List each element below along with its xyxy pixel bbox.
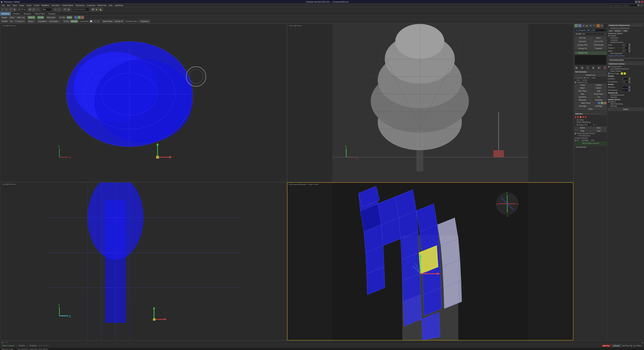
cut-geom-btn[interactable]: Cut	[591, 96, 607, 98]
unwrap-uvw-btn[interactable]: Unwrap UVW	[574, 43, 590, 47]
angle-up[interactable]: ▲	[628, 50, 630, 51]
grid-align-btn[interactable]: Grid Align	[591, 105, 607, 107]
attach-btn[interactable]: Attach ▾	[27, 20, 35, 23]
subd-disp-checkbox[interactable]	[608, 28, 610, 29]
qslice-btn[interactable]: QSlice	[8, 16, 16, 19]
reset-plane-btn[interactable]: Reset Plane	[591, 93, 607, 95]
off-radio[interactable]	[574, 140, 576, 141]
redo-btn[interactable]: ↪	[58, 8, 61, 12]
low-btn[interactable]: Low	[608, 30, 614, 32]
snap-btn[interactable]: 📐	[99, 8, 103, 12]
hard-btn[interactable]: Hard	[66, 16, 72, 19]
rend-smooth-up[interactable]: ▲	[628, 89, 630, 90]
p-connect-btn[interactable]: P Connect ▾	[14, 20, 25, 23]
constraint-icon-3[interactable]: ◇	[97, 20, 100, 23]
swift-loop-btn[interactable]: Swift Loop	[16, 16, 26, 19]
poly-dot[interactable]	[582, 116, 584, 118]
menu-3ds[interactable]: 3ds	[1, 4, 6, 7]
smooth30-btn[interactable]: Smooth 30	[114, 20, 124, 23]
rend-iter-input[interactable]	[622, 86, 628, 88]
stack-nav-first[interactable]: |◀	[574, 66, 578, 69]
turn-to-poly-btn[interactable]: Turn to Poly	[591, 40, 607, 43]
menu-customize[interactable]: Customize	[86, 4, 96, 7]
repeat-last-btn[interactable]: Repeat Last	[574, 74, 606, 76]
disp-smooth-input[interactable]	[622, 81, 628, 83]
relax-geom-btn[interactable]: Relax	[574, 108, 606, 110]
paint-deformation-toggle[interactable]: + Paint Deformation	[608, 59, 643, 61]
render-btn[interactable]: ▶	[67, 8, 70, 12]
tab-object-paint[interactable]: Object Paint	[33, 12, 47, 16]
menu-views[interactable]: Views	[26, 4, 32, 7]
delete-selected-checkbox[interactable]: ✓	[574, 133, 576, 135]
utilities-icon[interactable]: 🔨	[593, 24, 596, 27]
select-btn[interactable]: ↗	[1, 8, 4, 12]
turbosmooth-btn[interactable]: TurboSmooth	[591, 43, 607, 47]
show-cage-swatch-2[interactable]	[624, 72, 626, 75]
tab-freeform[interactable]: Freeform	[11, 12, 22, 16]
tab-populate[interactable]: Populate	[46, 12, 57, 16]
element-dot[interactable]	[584, 116, 586, 118]
unlink-btn[interactable]: ⛓	[32, 8, 36, 12]
to-view-btn[interactable]: To View	[58, 16, 66, 19]
edit-poly-btn[interactable]: Edit Poly	[574, 36, 590, 40]
edge-input[interactable]	[622, 44, 628, 46]
disp-iter-input[interactable]	[622, 78, 628, 80]
attach-geom-btn[interactable]: Attach	[574, 87, 590, 89]
menu-group[interactable]: Group	[18, 4, 25, 7]
menu-rapid-tools[interactable]: rapidTools	[114, 4, 124, 7]
mirror-btn[interactable]: Mirror	[591, 36, 607, 40]
edge-down[interactable]: ▼	[628, 45, 630, 46]
timeline-left-arrow[interactable]: ◀	[0, 341, 3, 344]
distance-input[interactable]	[622, 47, 628, 49]
vertex-dot[interactable]	[574, 116, 576, 118]
kbd-shortcut-btn[interactable]: ⌨	[91, 8, 95, 12]
msmooth-btn[interactable]: MSmooth ▾	[46, 16, 56, 19]
auto-key-btn[interactable]: Auto Key	[602, 345, 611, 347]
edge-radio[interactable]	[590, 77, 592, 79]
loop-btn[interactable]: Loop	[591, 130, 607, 132]
disp-smooth-down[interactable]: ▼	[628, 82, 630, 83]
slice-btn[interactable]: Slice	[574, 93, 590, 95]
x-planar-btn[interactable]: X	[598, 102, 600, 104]
by-angle-checkbox[interactable]	[574, 124, 576, 126]
cut-btn[interactable]: Cut	[9, 20, 14, 23]
rend-iter-up[interactable]: ▲	[628, 86, 630, 87]
grow-btn[interactable]: Grow	[591, 127, 607, 129]
make-planar-geom-btn[interactable]: Make Planar	[574, 102, 597, 104]
quickslice-btn[interactable]: QuickSlice	[574, 96, 590, 98]
split-btn[interactable]: Split	[591, 90, 607, 92]
object-name-arrow[interactable]: ▾	[604, 30, 605, 31]
modifier-list-dropdown[interactable]: Modifier List ▾	[574, 33, 606, 35]
properties-btn[interactable]: Properties ▾	[139, 20, 150, 23]
show-cage-checkbox[interactable]: ✓	[608, 73, 610, 74]
menu-rendering[interactable]: Rendering	[75, 4, 85, 7]
rend-smooth-input[interactable]	[622, 89, 628, 91]
tab-selection[interactable]: Selection	[22, 12, 33, 16]
x-axis-btn[interactable]: X	[74, 16, 77, 19]
rotate-btn[interactable]: ↺	[9, 8, 12, 12]
tessellate-btn[interactable]: Tessellate ▾	[37, 20, 48, 23]
shrink-btn[interactable]: Shrink	[574, 127, 590, 129]
menu-create[interactable]: Create	[33, 4, 40, 7]
maximize-button[interactable]: □	[638, 1, 640, 3]
title-bar-right[interactable]: — □ ✕	[635, 1, 643, 3]
make-planar-btn[interactable]: Make Planar	[102, 20, 113, 23]
regular-radio[interactable]	[608, 35, 610, 37]
anim-icon[interactable]: ●	[596, 24, 600, 27]
hull-radio[interactable]	[589, 140, 591, 141]
use-displace-btn[interactable]: Use Displac...	[48, 20, 60, 23]
by-angle-dropdown[interactable]: ∘	[591, 123, 595, 126]
stack-nav-next[interactable]: ▶	[592, 66, 595, 69]
z-axis-btn[interactable]: Z	[81, 16, 84, 19]
view-dependent-checkbox[interactable]	[608, 53, 610, 55]
face-radio[interactable]	[574, 79, 576, 81]
menu-maxscript[interactable]: MAXScript	[96, 4, 107, 7]
angle-down[interactable]: ▼	[628, 51, 630, 52]
soft-selection-toggle[interactable]: + Soft Selection	[574, 146, 606, 148]
render-icon[interactable]: 📷	[600, 24, 604, 27]
selection-filter-dropdown[interactable]: All	[20, 8, 26, 11]
msmooth-geom-btn[interactable]: MSmooth	[574, 99, 590, 101]
add-time-tag-btn[interactable]: Add Time Tag	[622, 345, 632, 347]
play-anim-btn[interactable]: ▶	[95, 8, 99, 12]
stack-nav-mode[interactable]: ≡	[586, 66, 589, 69]
